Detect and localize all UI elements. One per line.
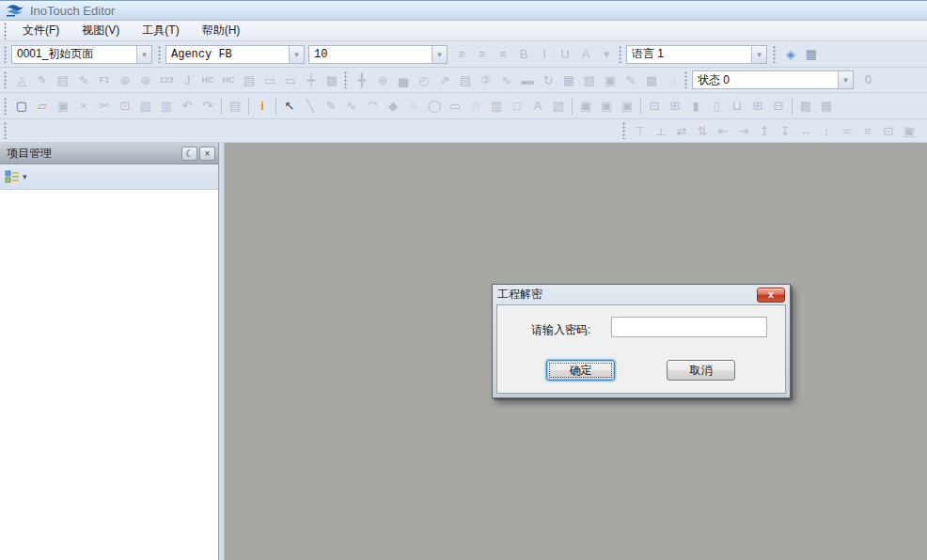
circle-tool-icon: ○	[403, 97, 424, 116]
distribute-horizontal-icon: ≍	[837, 121, 857, 140]
stamp-icon: ▣	[600, 70, 621, 89]
dashed-circle-icon: ◌	[662, 70, 683, 89]
state-extra-label: 0	[865, 73, 872, 86]
fit-size-icon: ▣	[899, 121, 919, 140]
font-select-value: Agency FB	[166, 48, 289, 61]
open-folder-icon[interactable]: ▱	[32, 97, 53, 116]
toolbar-page-font: 0001_初始页面 ▾ Agency FB ▾ 10 ▾ ≡≡≡BIUA▾ 语言…	[0, 41, 927, 68]
unlock-icon: ▯	[706, 97, 727, 116]
menu-file[interactable]: 文件(F)	[11, 21, 71, 41]
project-panel-header[interactable]: 项目管理 ☾ ×	[0, 143, 218, 164]
language-grid-icon[interactable]: ▦	[801, 45, 822, 64]
page-select-value: 0001_初始页面	[12, 46, 136, 62]
export-media-icon: ▣	[617, 97, 637, 116]
flip-vertical-icon: ⇅	[692, 121, 713, 140]
redo-icon: ↷	[197, 97, 218, 116]
window-titlebar[interactable]: InoTouch Editor	[0, 0, 927, 21]
project-tree-icon[interactable]	[5, 169, 20, 184]
window-icon: ▭	[259, 70, 280, 89]
toolbar-widgets: ◬✎▤✎F1⊛⊛123JHCHC▤▭▭┿▦ ╋⊛▅◴⇗▤②∿▬↻▦▧▣✎▩◌ 状…	[0, 68, 927, 93]
auto-hide-pin-icon[interactable]: ☾	[181, 147, 197, 161]
decrypt-dialog: 工程解密 x 请输入密码: 确定 取消	[492, 284, 791, 398]
scale-ruler-icon: ▥	[486, 97, 507, 116]
chevron-down-icon[interactable]: ▾	[289, 46, 304, 63]
cancel-button[interactable]: 取消	[667, 360, 735, 381]
window-export-icon: ▭	[280, 70, 301, 89]
toolbar-grip[interactable]	[4, 71, 8, 88]
toolbar-grip[interactable]	[4, 122, 8, 139]
chevron-down-icon[interactable]: ▾	[838, 71, 853, 88]
grid-table-icon: ▦	[322, 70, 342, 89]
menu-help[interactable]: 帮助(H)	[191, 21, 252, 41]
select-cursor-icon[interactable]: ↖	[279, 97, 300, 116]
export-image-icon: ▣	[596, 97, 617, 116]
new-file-icon[interactable]: ▢	[11, 97, 32, 116]
toolbar-grip[interactable]	[158, 46, 162, 63]
font-select[interactable]: Agency FB ▾	[165, 45, 305, 64]
toolbar-grip[interactable]	[773, 46, 777, 63]
chevron-down-icon[interactable]: ▾	[432, 46, 447, 63]
state-select[interactable]: 状态 0 ▾	[692, 70, 854, 89]
chevron-down-icon[interactable]: ▾	[136, 46, 151, 63]
menu-tools[interactable]: 工具(T)	[131, 21, 190, 41]
chevron-down-icon[interactable]: ▾	[751, 46, 766, 63]
same-size-icon: ⊡	[878, 121, 899, 140]
toolbar-arrange: ⊤⊥⇄⇅⇤⇥↥↧↔↕≍≡⊡▣	[0, 119, 927, 143]
align-bottom-edge-icon: ↧	[775, 121, 795, 140]
decrypt-dialog-body: 请输入密码: 确定 取消	[496, 304, 786, 394]
dialog-close-icon[interactable]: x	[757, 288, 785, 303]
align-right-edge-icon: ⇥	[733, 121, 754, 140]
decrypt-dialog-titlebar[interactable]: 工程解密 x	[496, 285, 786, 304]
toolbar-grip[interactable]	[619, 46, 622, 63]
delete-icon: ×	[73, 97, 94, 116]
undo-icon: ↶	[177, 97, 197, 116]
project-tree-area[interactable]	[0, 190, 218, 560]
font-size-select[interactable]: 10 ▾	[308, 45, 448, 64]
menubar-grip[interactable]	[4, 23, 8, 39]
menu-view[interactable]: 视图(V)	[71, 21, 131, 41]
password-input[interactable]	[611, 317, 767, 337]
ungroup-icon: ⊟	[768, 97, 789, 116]
editor-workspace: 工程解密 x 请输入密码: 确定 取消	[225, 143, 927, 560]
line-tool-icon: ╲	[300, 97, 321, 116]
compile-info-icon[interactable]: i	[252, 97, 273, 116]
hc-exchange-icon: HC	[218, 70, 239, 89]
polyline-tool-icon: ∿	[341, 97, 362, 116]
trash-icon: ⊔	[727, 97, 747, 116]
print-icon: ▤	[225, 97, 245, 116]
alarm-icon: ◬	[11, 70, 32, 89]
page-two-icon: ②	[476, 70, 496, 89]
language-select[interactable]: 语言 1 ▾	[626, 45, 767, 64]
language-gem-icon[interactable]: ◈	[780, 45, 801, 64]
multi-select-icon: ⊞	[665, 97, 685, 116]
align-top-edge-icon: ↥	[754, 121, 775, 140]
center-vertical-icon: ↕	[816, 121, 837, 140]
toolbar-separator	[572, 98, 573, 115]
frame-tool-icon: □	[507, 97, 527, 116]
decrypt-dialog-title: 工程解密	[497, 287, 757, 303]
text-align-left-icon: ≡	[451, 45, 472, 64]
toolbar-grip[interactable]	[4, 46, 8, 63]
slider-display-icon: ▬	[517, 70, 538, 89]
tree-options-caret-icon[interactable]: ▾	[23, 172, 27, 181]
state-select-value: 状态 0	[693, 72, 838, 88]
cut-icon: ✂	[94, 97, 115, 116]
main-area: 项目管理 ☾ × ▾ 工程解密 x 请输入密码:	[0, 143, 927, 560]
toolbar-grip[interactable]	[684, 71, 688, 88]
menubar: 文件(F) 视图(V) 工具(T) 帮助(H)	[0, 21, 927, 41]
underline-icon: U	[555, 45, 575, 64]
paste-icon: ▨	[135, 97, 156, 116]
panel-close-icon[interactable]: ×	[199, 147, 215, 161]
page-select[interactable]: 0001_初始页面 ▾	[11, 45, 152, 64]
system-gear-icon: ⊛	[135, 70, 156, 89]
inovance-logo-icon	[6, 3, 24, 18]
toolbar-grip[interactable]	[4, 98, 8, 115]
gear-pair-icon: ⊛	[372, 70, 393, 89]
select-object-icon: ⊡	[644, 97, 665, 116]
ellipse-tool-icon: ◯	[424, 97, 445, 116]
ok-button[interactable]: 确定	[546, 360, 615, 381]
bar-graph-icon: ▅	[393, 70, 414, 89]
toolbar-grip[interactable]	[344, 71, 348, 88]
toolbar-grip[interactable]	[622, 122, 626, 139]
send-back-icon: ⊥	[651, 121, 671, 140]
